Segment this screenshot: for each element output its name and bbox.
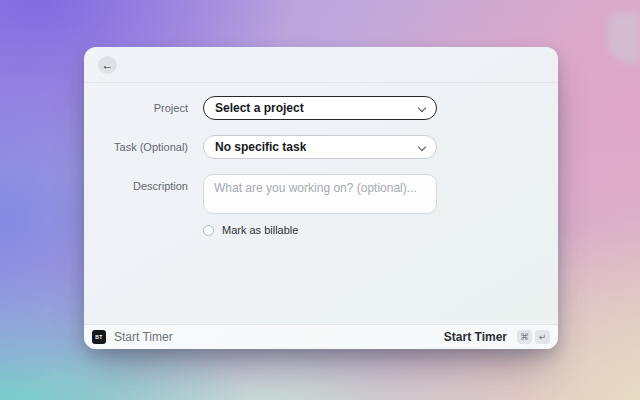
footer-actions: Start Timer ⌘ ↵ [444,330,550,344]
timer-form: Project Select a project Task (Optional)… [84,83,558,236]
window-footer: BT Start Timer Start Timer ⌘ ↵ [84,324,558,349]
app-icon-text: BT [95,334,102,340]
app-icon: BT [92,330,106,344]
return-key-icon[interactable]: ↵ [535,330,550,344]
start-timer-action[interactable]: Start Timer [444,330,507,344]
start-timer-window: ← Project Select a project Task (Optiona… [84,47,558,349]
billable-label: Mark as billable [222,224,298,236]
project-select-value: Select a project [215,101,304,115]
project-label: Project [84,102,188,114]
task-row: Task (Optional) No specific task [84,135,558,159]
description-input[interactable] [203,174,437,214]
billable-row: Mark as billable [84,224,558,236]
project-row: Project Select a project [84,96,558,120]
footer-title: Start Timer [114,330,173,344]
task-label: Task (Optional) [84,141,188,153]
billable-checkbox[interactable] [203,225,214,236]
back-arrow-icon: ← [102,59,114,71]
chevron-down-icon [418,104,426,112]
back-button[interactable]: ← [98,56,117,74]
project-select[interactable]: Select a project [203,96,437,120]
description-row: Description [84,174,558,214]
window-header: ← [84,47,558,83]
background-blob [607,13,640,63]
description-label: Description [84,174,188,192]
task-select[interactable]: No specific task [203,135,437,159]
task-select-value: No specific task [215,140,306,154]
chevron-down-icon [418,143,426,151]
command-key-icon[interactable]: ⌘ [517,330,532,344]
